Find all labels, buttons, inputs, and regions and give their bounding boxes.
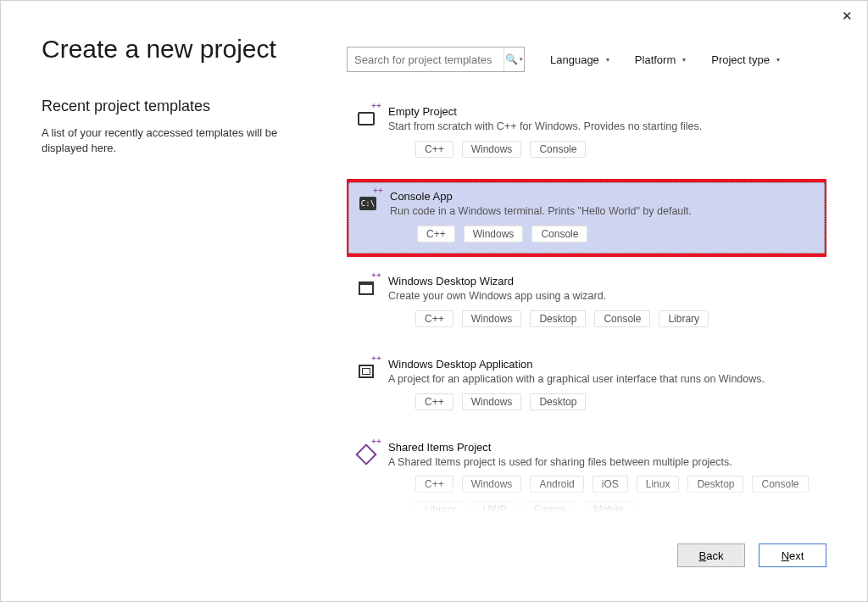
template-title: Shared Items Project [388,441,817,454]
template-tags: C++WindowsDesktopConsoleLibrary [388,310,817,327]
tag: Desktop [530,310,586,327]
template-icon: ⁺⁺ [354,360,378,383]
chevron-down-icon: ▾ [682,56,686,64]
template-tags: C++WindowsConsole [390,226,815,242]
template-item[interactable]: ⁺⁺Empty ProjectStart from scratch with C… [347,98,826,169]
template-desc: Run code in a Windows terminal. Prints "… [390,204,815,219]
tag: Desktop [530,393,586,410]
recent-note: A list of your recently accessed templat… [42,125,326,156]
chevron-down-icon: ▾ [606,56,609,64]
template-tags: C++WindowsConsole [388,141,817,158]
tag: Console [594,310,650,327]
template-desc: Start from scratch with C++ for Windows.… [388,120,817,134]
template-icon: ⁺⁺ [354,107,378,131]
page-title: Create a new project [42,35,347,64]
filter-label: Platform [635,53,676,66]
search-icon[interactable]: 🔍▾ [504,47,524,71]
template-desc: Create your own Windows app using a wiza… [388,289,817,304]
template-item[interactable]: ⁺⁺Windows Desktop WizardCreate your own … [347,267,826,338]
filter-label: Project type [711,53,770,66]
template-title: Console App [390,190,815,203]
template-desc: A project for an application with a grap… [388,372,817,387]
tag: Console [531,226,587,242]
tag: Windows [462,310,522,327]
tag: C++ [415,310,453,327]
close-icon[interactable]: ✕ [835,6,859,26]
template-title: Empty Project [388,105,817,118]
filter-label: Language [550,53,599,66]
filter-language[interactable]: Language ▾ [550,53,609,66]
template-title: Windows Desktop Application [388,358,817,371]
tag: Console [530,141,586,158]
template-icon: C:\⁺⁺ [356,192,380,215]
tag: C++ [417,226,455,242]
template-icon: ⁺⁺ [354,443,378,466]
next-button[interactable]: Next [759,543,826,567]
tag: Windows [462,393,522,410]
recent-heading: Recent project templates [42,98,326,115]
search-input[interactable] [348,53,504,66]
tag: Windows [464,226,524,242]
template-desc: A Shared Items project is used for shari… [388,455,817,470]
template-list: ⁺⁺Empty ProjectStart from scratch with C… [347,98,826,513]
search-box[interactable]: 🔍▾ [347,47,525,72]
template-title: Windows Desktop Wizard [388,275,817,287]
tag: C++ [415,393,453,410]
tag: Library [659,310,709,327]
new-project-dialog: ✕ Create a new project 🔍▾ Language ▾ Pla… [0,0,868,602]
filter-project-type[interactable]: Project type ▾ [711,53,780,66]
template-icon: ⁺⁺ [354,276,378,300]
template-tags: C++WindowsDesktop [388,393,817,410]
filter-platform[interactable]: Platform ▾ [635,53,686,66]
template-item[interactable]: C:\⁺⁺Console AppRun code in a Windows te… [348,182,825,254]
tag: Windows [462,141,522,158]
fade-overlay [347,479,826,513]
back-button[interactable]: Back [677,543,745,567]
template-item[interactable]: ⁺⁺Windows Desktop ApplicationA project f… [347,350,826,421]
chevron-down-icon: ▾ [776,56,780,64]
tag: C++ [415,141,453,158]
